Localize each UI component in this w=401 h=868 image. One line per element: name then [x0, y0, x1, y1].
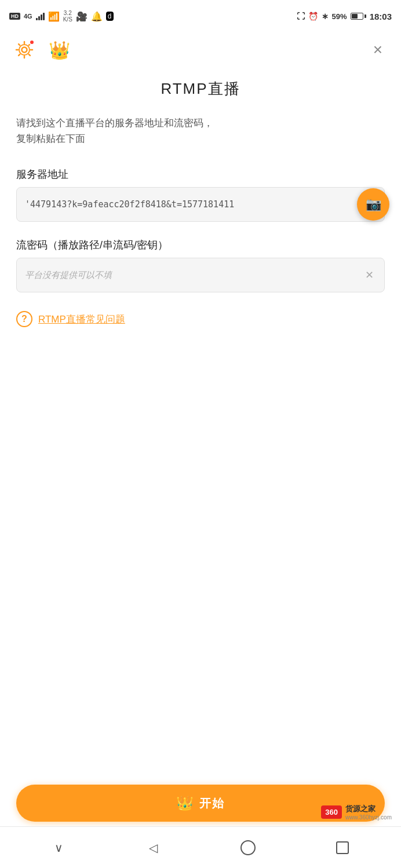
signal-4g: 4G [24, 13, 32, 20]
watermark: 360 货源之家 www.360hyzj.com [321, 804, 392, 821]
start-button-crown-icon: 👑 [176, 795, 194, 811]
start-button-label: 开始 [199, 796, 225, 811]
nav-back-button[interactable]: ◁ [139, 833, 168, 862]
camera-icon: 📷 [366, 197, 381, 212]
watermark-title: 货源之家 [345, 804, 392, 814]
question-circle-icon: ? [16, 311, 32, 327]
stream-key-label: 流密码（播放路径/串流码/密钥） [16, 238, 385, 252]
stream-key-clear-button[interactable]: ✕ [361, 267, 377, 283]
cast-icon: ⛶ [297, 12, 305, 21]
alarm-icon: ⏰ [308, 12, 318, 21]
battery-pct: 59% [332, 12, 347, 21]
server-field-section: 服务器地址 '4479143?k=9afeacc20f2f8418&t=1577… [16, 167, 385, 222]
clear-icon-2: ✕ [365, 269, 374, 281]
nav-left: 👑 [12, 37, 70, 63]
svg-point-0 [22, 47, 27, 53]
wifi-icon: 📶 [48, 11, 60, 22]
bottom-nav-bar: ∨ ◁ [0, 826, 401, 868]
status-left: HD 4G 📶 3.2K/S 🎥 🔔 d [9, 10, 114, 23]
page-title: RTMP直播 [16, 79, 385, 99]
chevron-down-icon: ∨ [54, 841, 63, 855]
hd-badge: HD [9, 13, 20, 20]
page-description: 请找到这个直播平台的服务器地址和流密码，复制粘贴在下面 [16, 115, 385, 147]
stream-key-field-section: 流密码（播放路径/串流码/密钥） 平台没有提供可以不填 ✕ [16, 238, 385, 292]
home-circle-icon [240, 840, 256, 855]
top-nav: 👑 × [0, 32, 401, 67]
bluetooth-icon: ∗ [322, 12, 329, 21]
badge-360: 360 [321, 805, 342, 819]
speed-text: 3.2K/S [63, 10, 72, 23]
recents-square-icon [336, 841, 349, 854]
watermark-url: www.360hyzj.com [345, 814, 392, 821]
camera-floating-button[interactable]: 📷 [357, 188, 389, 221]
stream-key-placeholder[interactable]: 平台没有提供可以不填 [25, 270, 359, 281]
nav-down-button[interactable]: ∨ [45, 833, 74, 862]
video-icon: 🎥 [76, 11, 88, 22]
close-button[interactable]: × [366, 38, 389, 61]
status-right: ⛶ ⏰ ∗ 59% 18:03 [297, 12, 392, 21]
crown-icon: 👑 [49, 40, 70, 60]
main-content: RTMP直播 请找到这个直播平台的服务器地址和流密码，复制粘贴在下面 服务器地址… [0, 67, 401, 339]
clock-time: 18:03 [370, 12, 392, 21]
nav-home-button[interactable] [234, 833, 263, 862]
server-input-value[interactable]: '4479143?k=9afeacc20f2f8418&t=1577181411 [25, 199, 359, 210]
faq-row: ? RTMP直播常见问题 [16, 311, 385, 327]
nav-recents-button[interactable] [328, 833, 357, 862]
svg-point-1 [19, 45, 30, 55]
battery-icon [351, 13, 366, 20]
stream-key-input-wrap[interactable]: 平台没有提供可以不填 ✕ [16, 258, 385, 292]
back-triangle-icon: ◁ [149, 841, 158, 855]
status-bar: HD 4G 📶 3.2K/S 🎥 🔔 d ⛶ ⏰ ∗ 59% 18:03 [0, 0, 401, 32]
tiktok-icon: d [106, 12, 114, 21]
signal-bars [36, 12, 45, 20]
watermark-text-block: 货源之家 www.360hyzj.com [345, 804, 392, 821]
settings-notification-dot [29, 39, 35, 45]
server-input-wrap[interactable]: '4479143?k=9afeacc20f2f8418&t=1577181411… [16, 187, 385, 222]
bell-icon: 🔔 [91, 11, 103, 22]
settings-button[interactable] [12, 37, 37, 63]
server-field-label: 服务器地址 [16, 167, 385, 181]
faq-link[interactable]: RTMP直播常见问题 [38, 313, 125, 326]
close-icon: × [373, 42, 382, 58]
